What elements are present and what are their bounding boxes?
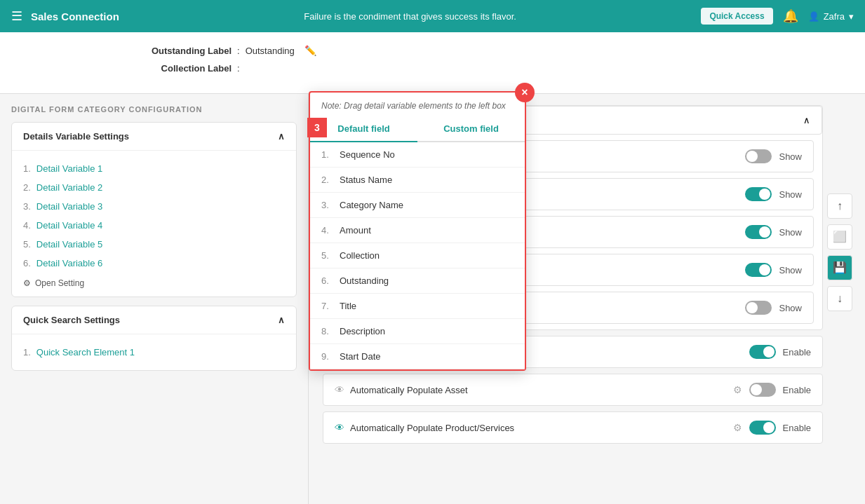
list-item[interactable]: 1.Sequence No — [310, 142, 525, 168]
outstanding-value: Outstanding — [246, 46, 295, 56]
list-item[interactable]: 6.Outstanding — [310, 268, 525, 294]
outstanding-label: Outstanding Label — [140, 46, 232, 56]
monitor-button[interactable]: ⬜ — [827, 224, 852, 250]
tab-custom-field[interactable]: Custom field — [417, 116, 525, 141]
quick-search-card-body: 1.Quick Search Element 1 — [12, 334, 296, 370]
modal-field-list: 1.Sequence No 2.Status Name 3.Category N… — [310, 142, 525, 369]
details-variable-card: Details Variable Settings ∧ 1.Detail Var… — [11, 122, 297, 297]
hamburger-icon[interactable]: ☰ — [11, 8, 22, 24]
list-item[interactable]: 3.Category Name — [310, 193, 525, 218]
modal-tabs: Default field Custom field — [310, 116, 525, 142]
list-item[interactable]: 3.Detail Variable 3 — [23, 197, 285, 216]
edit-outstanding-icon[interactable]: ✏️ — [304, 45, 316, 56]
populate-product-toggle[interactable] — [749, 421, 776, 435]
user-name: Zafra — [824, 11, 845, 22]
populate-asset-controls: ⚙ Enable — [733, 383, 811, 397]
populate-product-controls: ⚙ Enable — [733, 421, 811, 435]
side-buttons: ↑ ⬜ 💾 ↓ — [827, 193, 852, 311]
description-toggle[interactable] — [745, 301, 772, 315]
quick-access-button[interactable]: Quick Access — [701, 8, 772, 25]
details-collapse-icon[interactable]: ∧ — [278, 131, 285, 142]
toggle-group-collapse-icon[interactable]: ∧ — [803, 115, 810, 125]
left-panel: DIGITAL FORM CATEGORY CONFIGURATION Deta… — [0, 94, 309, 504]
modal-close-button[interactable]: × — [515, 83, 535, 102]
section-title: DIGITAL FORM CATEGORY CONFIGURATION — [11, 105, 297, 114]
list-item[interactable]: 5.Detail Variable 5 — [23, 235, 285, 254]
brand-name: Sales Connection — [31, 11, 119, 22]
list-item[interactable]: 5.Collection — [310, 243, 525, 268]
populate-product-label: Automatically Populate Product/Services — [350, 423, 514, 433]
populate-asset-toggle[interactable] — [749, 383, 776, 397]
header-area: Outstanding Label : Outstanding ✏️ Colle… — [0, 32, 865, 94]
details-card-header: Details Variable Settings ∧ — [12, 123, 296, 151]
top-navigation: ☰ Sales Connection Failure is the condim… — [0, 0, 865, 32]
variable-list: 1.Detail Variable 1 2.Detail Variable 2 … — [23, 159, 285, 273]
details-card-body: 1.Detail Variable 1 2.Detail Variable 2 … — [12, 151, 296, 297]
list-item[interactable]: 6.Detail Variable 6 — [23, 254, 285, 273]
list-item[interactable]: 1.Detail Variable 1 — [23, 159, 285, 178]
title-controls: Show — [745, 263, 802, 277]
chevron-down-icon: ▾ — [849, 11, 854, 22]
list-item[interactable]: 2.Detail Variable 2 — [23, 178, 285, 197]
outstanding-toggle[interactable] — [745, 225, 772, 239]
gear-asset-icon[interactable]: ⚙ — [733, 384, 742, 395]
user-avatar-icon: 👤 — [808, 11, 819, 22]
save-button[interactable]: 💾 — [827, 255, 852, 280]
title-toggle[interactable] — [745, 263, 772, 277]
amount-controls: Show — [745, 149, 802, 163]
eye-off-asset-icon: 👁 — [335, 384, 344, 395]
list-item[interactable]: 7.Title — [310, 294, 525, 319]
populate-assigned-controls: Enable — [749, 345, 811, 359]
user-menu[interactable]: 👤 Zafra ▾ — [808, 11, 854, 22]
quick-search-card-header: Quick Search Settings ∧ — [12, 306, 296, 334]
move-down-button[interactable]: ↓ — [827, 286, 852, 311]
amount-toggle[interactable] — [745, 149, 772, 163]
description-controls: Show — [745, 301, 802, 315]
field-selection-modal[interactable]: × Note: Drag detail variable elements to… — [309, 91, 526, 371]
collection-label: Collection Label — [140, 63, 232, 74]
topnav-actions: Quick Access 🔔 👤 Zafra ▾ — [701, 8, 854, 25]
list-item[interactable]: 1.Quick Search Element 1 — [23, 343, 285, 362]
populate-asset-row: 👁 Automatically Populate Asset ⚙ Enable — [323, 374, 823, 406]
details-card-title: Details Variable Settings — [23, 131, 129, 142]
outstanding-controls: Show — [745, 225, 802, 239]
populate-asset-label: Automatically Populate Asset — [350, 385, 468, 395]
open-setting-label: Open Setting — [35, 278, 84, 288]
populate-assigned-toggle[interactable] — [749, 345, 776, 359]
motto-text: Failure is the condiment that gives succ… — [128, 11, 693, 22]
gear-product-icon[interactable]: ⚙ — [733, 422, 742, 433]
list-item[interactable]: 2.Status Name — [310, 168, 525, 193]
quick-search-collapse-icon[interactable]: ∧ — [278, 315, 285, 325]
gear-icon: ⚙ — [23, 278, 31, 288]
bell-icon[interactable]: 🔔 — [783, 8, 798, 24]
quick-search-card: Quick Search Settings ∧ 1.Quick Search E… — [11, 306, 297, 371]
open-setting-link[interactable]: ⚙ Open Setting — [23, 278, 285, 288]
list-item[interactable]: 4.Detail Variable 4 — [23, 216, 285, 235]
list-item[interactable]: 9.Start Date — [310, 344, 525, 369]
list-item[interactable]: 4.Amount — [310, 218, 525, 243]
eye-product-icon: 👁 — [335, 422, 344, 433]
collection-controls: Show — [745, 187, 802, 201]
tab-default-field[interactable]: Default field — [310, 116, 417, 142]
populate-product-row: 👁 Automatically Populate Product/Service… — [323, 411, 823, 444]
quick-search-title: Quick Search Settings — [23, 315, 120, 325]
modal-note: Note: Drag detail variable elements to t… — [310, 93, 525, 116]
list-item[interactable]: 8.Description — [310, 319, 525, 344]
collection-toggle[interactable] — [745, 187, 772, 201]
quick-search-list: 1.Quick Search Element 1 — [23, 343, 285, 362]
move-up-button[interactable]: ↑ — [827, 193, 852, 219]
